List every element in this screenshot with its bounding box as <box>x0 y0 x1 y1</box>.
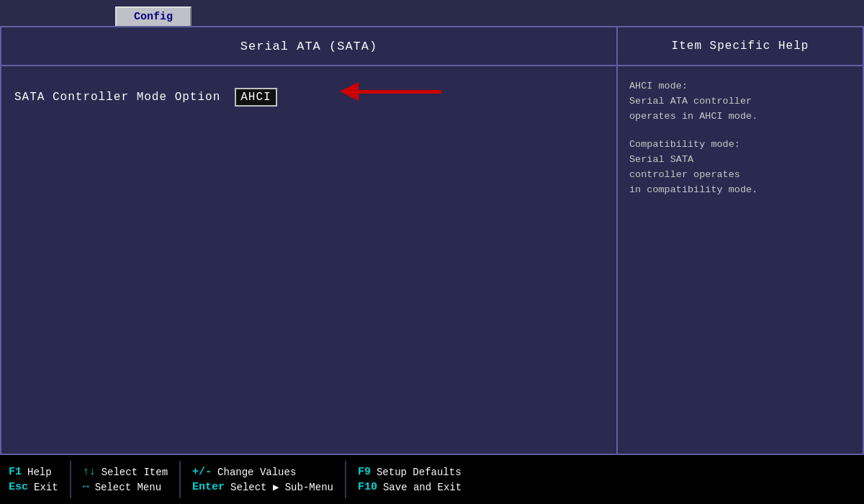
enter-row: Enter Select ▶ Sub-Menu <box>192 481 333 493</box>
sata-option-row: SATA Controller Mode Option AHCI <box>14 88 603 107</box>
compat-line1: Serial SATA <box>629 153 851 168</box>
f9-key: F9 <box>358 466 371 478</box>
bios-screen: Config Serial ATA (SATA) Item Specific H… <box>0 0 864 504</box>
f9-row: F9 Setup Defaults <box>358 466 462 478</box>
compat-line3: in compatibility mode. <box>629 183 851 198</box>
f1-group: F1 Help Esc Exit <box>9 466 58 493</box>
select-menu-desc: Select Menu <box>95 482 161 493</box>
f1-row: F1 Help <box>9 466 58 478</box>
panel-title-left: Serial ATA (SATA) <box>1 27 618 65</box>
values-group: +/- Change Values Enter Select ▶ Sub-Men… <box>192 466 333 493</box>
help-panel: AHCI mode: Serial ATA controller operate… <box>618 66 863 454</box>
setup-defaults-desc: Setup Defaults <box>377 467 462 478</box>
enter-key: Enter <box>192 481 225 493</box>
arrow-head-icon <box>340 82 359 101</box>
f1-desc: Help <box>27 467 52 478</box>
select-submenu-desc: Select ▶ Sub-Menu <box>230 481 333 493</box>
change-values-desc: Change Values <box>217 467 296 478</box>
panel-title-right: Item Specific Help <box>618 27 863 65</box>
main-content: Serial ATA (SATA) Item Specific Help SAT… <box>0 26 864 455</box>
divider-2 <box>179 461 181 498</box>
ahci-line2: operates in AHCI mode. <box>629 109 851 125</box>
arrow-indicator <box>340 82 441 101</box>
f9f10-group: F9 Setup Defaults F10 Save and Exit <box>358 466 462 493</box>
divider-1 <box>70 461 71 498</box>
esc-row: Esc Exit <box>9 481 58 493</box>
up-down-row: ↑↓ Select Item <box>83 466 168 478</box>
header-row: Serial ATA (SATA) Item Specific Help <box>1 27 863 66</box>
save-exit-desc: Save and Exit <box>383 482 462 493</box>
status-bar: F1 Help Esc Exit ↑↓ Select Item ↔ Select… <box>0 455 864 504</box>
sata-option-label: SATA Controller Mode Option <box>14 91 220 104</box>
ahci-line1: Serial ATA controller <box>629 94 851 109</box>
ahci-help-section: AHCI mode: Serial ATA controller operate… <box>629 79 851 125</box>
divider-3 <box>345 461 346 498</box>
f10-row: F10 Save and Exit <box>358 481 462 493</box>
options-panel: SATA Controller Mode Option AHCI <box>1 66 618 454</box>
arrows-group: ↑↓ Select Item ↔ Select Menu <box>83 466 168 493</box>
select-item-desc: Select Item <box>102 467 168 478</box>
arrows-lr-icon: ↔ <box>83 481 89 493</box>
compat-heading: Compatibility mode: <box>629 138 851 153</box>
plus-minus-key: +/- <box>192 466 212 478</box>
tab-config[interactable]: Config <box>115 6 192 26</box>
content-row: SATA Controller Mode Option AHCI AHCI mo… <box>1 66 863 454</box>
esc-desc: Exit <box>34 482 58 493</box>
f10-key: F10 <box>358 481 377 493</box>
compat-help-section: Compatibility mode: Serial SATA controll… <box>629 138 851 198</box>
esc-key: Esc <box>9 481 28 493</box>
lr-row: ↔ Select Menu <box>83 481 168 493</box>
arrows-ud-icon: ↑↓ <box>83 466 96 478</box>
compat-line2: controller operates <box>629 168 851 183</box>
ahci-heading: AHCI mode: <box>629 79 851 94</box>
f1-key: F1 <box>9 466 22 478</box>
arrow-line <box>359 90 441 94</box>
plus-minus-row: +/- Change Values <box>192 466 333 478</box>
tab-bar: Config <box>0 0 864 26</box>
sata-option-value[interactable]: AHCI <box>235 88 276 107</box>
